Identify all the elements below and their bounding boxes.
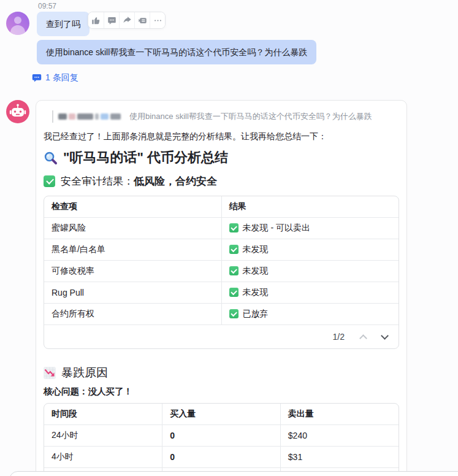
table-cell: 已放弃 <box>221 304 399 325</box>
crash-section-title: 暴跌原因 <box>44 365 399 381</box>
magnifier-icon <box>44 151 58 165</box>
table-row: 蜜罐风险未发现 - 可以卖出 <box>44 218 399 239</box>
table-cell: 蜜罐风险 <box>44 218 221 239</box>
table-cell: 0 <box>162 425 281 447</box>
quoted-message-text: 使用binance skill帮我查一下听马马的话这个代币安全吗？为什么暴跌 <box>129 111 372 122</box>
table-cell: Rug Pull <box>44 282 221 304</box>
table-cell: 未发现 <box>221 282 399 304</box>
security-table-card: 检查项结果 蜜罐风险未发现 - 可以卖出黑名单/白名单未发现可修改税率未发现Ru… <box>44 196 399 349</box>
message-row-1: 查到了吗 <box>0 10 458 36</box>
check-icon <box>229 288 239 297</box>
column-header: 卖出量 <box>280 404 399 425</box>
table-row: Rug Pull未发现 <box>44 282 399 304</box>
bot-reply-card: 使用binance skill帮我查一下听马马的话这个代币安全吗？为什么暴跌 我… <box>36 100 407 476</box>
more-icon <box>153 16 162 25</box>
analysis-title-text: "听马马的话" 代币分析总结 <box>63 148 228 167</box>
message-input[interactable] <box>9 471 458 476</box>
analysis-title: "听马马的话" 代币分析总结 <box>44 148 399 167</box>
reply-bubble-icon <box>32 74 42 83</box>
check-icon <box>44 175 55 187</box>
check-icon <box>229 245 239 254</box>
quoted-message[interactable]: 使用binance skill帮我查一下听马马的话这个代币安全吗？为什么暴跌 <box>52 110 399 123</box>
table-pagination: 1/2 <box>44 325 399 348</box>
comment-button[interactable] <box>104 12 119 28</box>
check-icon <box>229 266 239 275</box>
page-down-chevron-icon[interactable] <box>381 332 389 340</box>
thread-reply-link[interactable]: 1 条回复 <box>32 72 78 83</box>
redacted-username <box>58 113 121 120</box>
table-cell: 可修改税率 <box>44 261 221 282</box>
volume-table: 时间段买入量卖出量 24小时0$2404小时0$311小时0$15 <box>44 404 399 476</box>
message-hover-toolbar <box>88 12 166 29</box>
crash-core-problem: 核心问题：没人买了！ <box>44 386 399 397</box>
message-timestamp: 09:57 <box>38 2 458 10</box>
table-cell: 未发现 - 可以卖出 <box>221 218 399 239</box>
table-cell: 未发现 <box>221 239 399 261</box>
column-header: 检查项 <box>44 196 221 218</box>
bot-reply-row: 使用binance skill帮我查一下听马马的话这个代币安全吗？为什么暴跌 我… <box>0 100 458 476</box>
table-cell: 24小时 <box>44 425 162 447</box>
crash-section-title-text: 暴跌原因 <box>61 365 108 381</box>
table-cell: 未发现 <box>221 261 399 282</box>
table-row: 合约所有权已放弃 <box>44 304 399 325</box>
audit-result-line: 安全审计结果：低风险，合约安全 <box>44 174 399 188</box>
table-row: 24小时0$240 <box>44 425 399 447</box>
reply-count-label: 1 条回复 <box>45 72 78 83</box>
quote-reply-button[interactable] <box>134 12 150 28</box>
share-icon <box>123 16 132 25</box>
quote-icon <box>138 16 147 25</box>
column-header: 时间段 <box>44 404 162 425</box>
thumbs-up-button[interactable] <box>88 12 104 28</box>
reply-intro-text: 我已经查过了！上面那条消息就是完整的分析结果。让我再给您总结一下： <box>44 130 399 142</box>
table-row: 4小时0$31 <box>44 447 399 468</box>
column-header: 结果 <box>221 196 399 218</box>
table-cell: $240 <box>280 425 399 447</box>
forward-button[interactable] <box>119 12 134 28</box>
page-up-chevron-icon[interactable] <box>359 334 367 342</box>
thumbs-up-icon <box>91 16 101 25</box>
table-row: 可修改税率未发现 <box>44 261 399 282</box>
table-cell: 黑名单/白名单 <box>44 239 221 261</box>
audit-label: 安全审计结果： <box>61 175 134 187</box>
table-row: 黑名单/白名单未发现 <box>44 239 399 261</box>
table-cell: 4小时 <box>44 447 162 468</box>
audit-value: 低风险，合约安全 <box>134 175 217 187</box>
check-icon <box>229 309 239 318</box>
table-cell: $31 <box>280 447 399 468</box>
comment-icon <box>107 16 116 25</box>
table-cell: 0 <box>162 447 281 468</box>
user-avatar[interactable] <box>6 12 29 35</box>
quote-bar <box>52 110 53 123</box>
table-cell: 合约所有权 <box>44 304 221 325</box>
message-bubble-1[interactable]: 查到了吗 <box>37 12 90 36</box>
security-table: 检查项结果 蜜罐风险未发现 - 可以卖出黑名单/白名单未发现可修改税率未发现Ru… <box>44 196 399 325</box>
chart-down-icon <box>44 367 56 379</box>
message-bubble-2[interactable]: 使用binance skill帮我查一下听马马的话这个代币安全吗？为什么暴跌 <box>37 40 316 64</box>
more-actions-button[interactable] <box>150 12 165 28</box>
column-header: 买入量 <box>162 404 281 425</box>
volume-table-card: 时间段买入量卖出量 24小时0$2404小时0$311小时0$15 <box>44 403 399 476</box>
page-indicator: 1/2 <box>333 332 345 342</box>
bot-avatar[interactable] <box>6 100 29 123</box>
check-icon <box>229 223 239 232</box>
